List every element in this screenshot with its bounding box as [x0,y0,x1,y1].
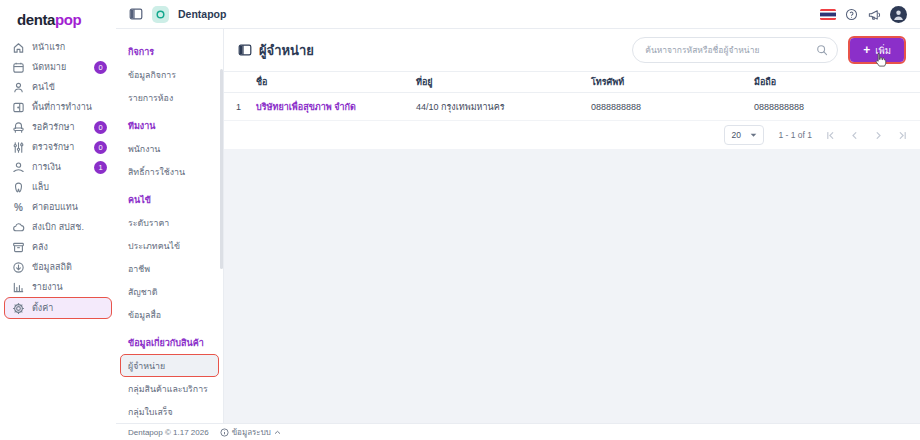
pagination-bar: 20 1 - 1 of 1 [224,121,920,149]
panel-icon [129,8,143,20]
settings-submenu: กิจการ ข้อมูลกิจการ รายการห้อง ทีมงาน พน… [116,29,224,440]
submenu-item-media-info[interactable]: ข้อมูลสื่อ [116,303,223,326]
previous-page-button[interactable] [850,131,859,140]
column-name: ชื่อ [256,75,416,89]
stats-circle-icon [12,261,25,274]
submenu-header-products: ข้อมูลเกี่ยวกับสินค้า [116,326,223,354]
supplier-search [632,37,838,63]
sidebar-item-label: คลัง [32,240,48,254]
sidebar-item-compensation[interactable]: % ค่าตอบแทน [0,197,116,217]
submenu-item-suppliers[interactable]: ผู้จำหน่าย [120,354,219,377]
sidebar-item-label: รอคิวรักษา [32,120,75,134]
sidebar-item-finance[interactable]: การเงิน 1 [0,157,116,177]
system-info-toggle[interactable]: ข้อมูลระบบ [220,426,281,439]
examination-badge: 0 [94,141,107,154]
submenu-item-staff[interactable]: พนักงาน [116,137,223,160]
sidebar-item-patients[interactable]: คนไข้ [0,77,116,97]
percent-icon: % [12,202,25,213]
submenu-item-business-info[interactable]: ข้อมูลกิจการ [116,63,223,86]
last-page-icon [898,131,907,140]
main-sidebar: dentapop หน้าแรก นัดหมาย 0 คนไข้ พื้นที่… [0,0,116,440]
submenu-item-patient-types[interactable]: ประเภทคนไข้ [116,234,223,257]
sidebar-item-label: ส่งเบิก สปสช. [32,220,84,234]
supplier-mobile: 0888888888 [754,102,908,112]
page-toolbar: ผู้จำหน่าย + เพิ่ม [224,29,920,71]
home-icon [12,41,25,54]
dental-chair-icon [12,121,25,134]
submenu-item-receipt-groups[interactable]: กลุ่มใบเสร็จ [116,400,223,423]
calendar-icon [12,61,25,74]
sidebar-item-label: ค่าตอบแทน [32,200,78,214]
camera-aperture-icon [155,9,166,20]
column-address: ที่อยู่ [416,75,591,89]
sidebar-item-home[interactable]: หน้าแรก [0,37,116,57]
submenu-item-price-levels[interactable]: ระดับราคา [116,211,223,234]
main-panel: ผู้จำหน่าย + เพิ่ม [224,29,920,440]
dentapop-app-icon[interactable] [152,6,169,23]
submenu-item-occupations[interactable]: อาชีพ [116,257,223,280]
sidebar-item-label: ข้อมูลสถิติ [32,260,72,274]
page-size-select[interactable]: 20 [724,125,764,145]
submenu-header-business: กิจการ [116,35,223,63]
help-button[interactable] [845,8,858,21]
topbar: Dentapop [116,0,920,29]
person-icon [12,81,25,94]
sidebar-item-treatment-queue[interactable]: รอคิวรักษา 0 [0,117,116,137]
search-input[interactable] [632,37,838,63]
supplier-name-link[interactable]: บริษัทยาเพื่อสุขภาพ จำกัด [256,100,416,114]
dentapop-logo: dentapop [0,0,116,37]
pager-controls [826,131,907,140]
sidebar-item-label: แล็บ [32,180,49,194]
question-icon [845,8,858,21]
sidebar-collapse-button[interactable] [129,8,143,20]
sidebar-item-label: รายงาน [32,280,63,294]
appointments-badge: 0 [94,61,107,74]
sidebar-item-appointments[interactable]: นัดหมาย 0 [0,57,116,77]
app-window: dentapop หน้าแรก นัดหมาย 0 คนไข้ พื้นที่… [0,0,920,440]
language-flag-button[interactable] [820,9,836,20]
content-area: กิจการ ข้อมูลกิจการ รายการห้อง ทีมงาน พน… [116,29,920,440]
info-icon [220,428,229,437]
sidebar-item-inventory[interactable]: คลัง [0,237,116,257]
pagination-range: 1 - 1 of 1 [778,130,812,140]
sidebar-item-workspace[interactable]: พื้นที่การทำงาน [0,97,116,117]
workspace-icon [12,101,25,114]
sidebar-item-label: นัดหมาย [32,60,66,74]
supplier-phone: 0888888888 [591,102,754,112]
avatar-person-icon [892,8,905,21]
thai-flag-icon [820,9,836,20]
submenu-item-rooms[interactable]: รายการห้อง [116,86,223,109]
table-header-row: ชื่อ ที่อยู่ โทรศัพท์ มือถือ [224,71,920,93]
last-page-button[interactable] [898,131,907,140]
chevron-down-icon [750,133,757,138]
sidebar-item-examination[interactable]: ตรวจรักษา 0 [0,137,116,157]
panel-icon [238,44,252,56]
sidebar-item-label: คนไข้ [32,80,55,94]
announcements-button[interactable] [867,8,881,21]
sidebar-item-statistics[interactable]: ข้อมูลสถิติ [0,257,116,277]
sidebar-item-label: พื้นที่การทำงาน [32,100,92,114]
sidebar-item-reports[interactable]: รายงาน [0,277,116,297]
next-page-button[interactable] [874,131,883,140]
row-index: 1 [236,102,256,112]
submenu-header-team: ทีมงาน [116,109,223,137]
app-name: Dentapop [178,8,226,20]
sidebar-item-nhso-claims[interactable]: ส่งเบิก สปสช. [0,217,116,237]
submenu-item-product-groups[interactable]: กลุ่มสินค้าและบริการ [116,377,223,400]
submenu-item-nationalities[interactable]: สัญชาติ [116,280,223,303]
first-page-button[interactable] [826,131,835,140]
user-avatar[interactable] [890,6,907,23]
cursor-hand-icon [873,52,888,68]
sidebar-item-settings[interactable]: ตั้งค่า [4,297,112,319]
submenu-item-permissions[interactable]: สิทธิ์การใช้งาน [116,160,223,183]
submenu-scrollbar[interactable] [220,69,223,269]
search-icon[interactable] [816,44,828,56]
finance-icon [12,161,25,174]
column-mobile: มือถือ [754,75,908,89]
sidebar-item-label: ตรวจรักษา [32,140,74,154]
suppliers-card: ผู้จำหน่าย + เพิ่ม [224,29,920,149]
sidebar-item-lab[interactable]: แล็บ [0,177,116,197]
column-phone: โทรศัพท์ [591,75,754,89]
gear-icon [12,302,25,315]
archive-box-icon [12,241,25,254]
